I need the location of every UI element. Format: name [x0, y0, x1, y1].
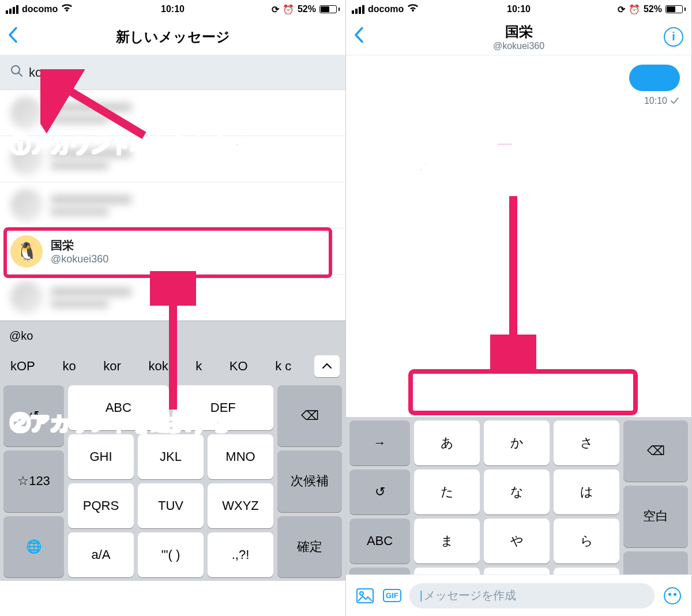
conversation-title: 国栄: [493, 22, 544, 41]
avatar: [10, 143, 43, 175]
suggestion-text: @ko: [9, 329, 33, 343]
carrier-label: docomo: [368, 4, 404, 14]
keyboard-candidates[interactable]: kOP ko kor kok k KO k c: [0, 351, 345, 382]
conversation-area[interactable]: 10:10: [346, 55, 691, 332]
search-input[interactable]: [29, 65, 335, 80]
key-ra[interactable]: ら: [554, 519, 619, 564]
candidate[interactable]: KO: [225, 359, 253, 374]
svg-line-1: [19, 73, 22, 77]
key-punct[interactable]: .,?!: [208, 532, 273, 577]
avatar: 🐧: [10, 235, 43, 268]
info-button[interactable]: i: [664, 27, 683, 47]
key-wxyz[interactable]: WXYZ: [208, 483, 273, 528]
avatar: [10, 189, 43, 221]
candidate[interactable]: kOP: [6, 359, 40, 374]
status-bar: docomo 10:10 ⟳ ⏰ 52%: [0, 0, 345, 18]
clock: 10:10: [507, 4, 531, 14]
signal-bars-icon: [6, 5, 18, 14]
right-screenshot: docomo 10:10 ⟳ ⏰ 52% 国栄 @kokuei360 i 10:…: [346, 0, 692, 616]
compose-placeholder: メッセージを作成: [424, 588, 516, 603]
key-quote[interactable]: '"( ): [138, 532, 204, 577]
alarm-icon: ⏰: [283, 4, 294, 15]
keyboard-suggestion-line[interactable]: @ko: [0, 321, 345, 351]
gif-icon[interactable]: GIF: [383, 589, 401, 602]
key-ya[interactable]: や: [484, 519, 550, 564]
avatar: [10, 281, 43, 314]
key-def[interactable]: DEF: [173, 385, 274, 430]
key-abc[interactable]: ABC: [349, 519, 410, 564]
key-space[interactable]: 空白: [623, 486, 688, 547]
nav-bar: 国栄 @kokuei360 i: [346, 18, 691, 55]
clock: 10:10: [161, 4, 185, 14]
key-next-candidate[interactable]: 次候補: [277, 450, 342, 512]
key-globe[interactable]: 🌐: [3, 516, 64, 577]
search-row[interactable]: [0, 55, 345, 90]
key-tuv[interactable]: TUV: [138, 483, 204, 528]
key-delete[interactable]: ⌫: [623, 420, 688, 482]
page-title: 新しいメッセージ: [116, 28, 230, 46]
key-arrow[interactable]: →: [349, 420, 410, 465]
battery-icon: [665, 5, 686, 13]
orientation-lock-icon: ⟳: [618, 4, 625, 15]
nav-bar: 新しいメッセージ: [0, 18, 345, 55]
wifi-icon: [61, 3, 73, 15]
svg-rect-4: [357, 589, 373, 603]
back-button[interactable]: [354, 27, 363, 47]
sent-message-bubble[interactable]: [629, 65, 680, 91]
list-item[interactable]: [0, 182, 345, 228]
orientation-lock-icon: ⟳: [272, 4, 279, 15]
key-sa[interactable]: さ: [554, 420, 619, 465]
list-item[interactable]: [0, 136, 345, 182]
key-ma[interactable]: ま: [414, 519, 480, 564]
annotation-highlight-compose: [408, 369, 638, 415]
key-delete[interactable]: ⌫: [277, 385, 342, 446]
key-na[interactable]: な: [484, 469, 550, 514]
list-item[interactable]: [0, 90, 345, 136]
compose-bar: GIF | メッセージを作成: [346, 574, 691, 616]
candidate[interactable]: kor: [99, 359, 126, 374]
key-ghi[interactable]: GHI: [68, 434, 134, 479]
search-icon: [10, 65, 23, 80]
key-confirm[interactable]: 確定: [277, 516, 342, 577]
battery-icon: [319, 5, 340, 13]
candidate[interactable]: kok: [144, 359, 172, 374]
wifi-icon: [407, 3, 419, 15]
result-name: 国栄: [51, 238, 108, 253]
emoji-button[interactable]: [663, 586, 682, 606]
key-ha[interactable]: は: [554, 469, 619, 514]
key-star123[interactable]: ☆123: [3, 450, 64, 512]
key-aA[interactable]: a/A: [68, 532, 134, 577]
key-ta[interactable]: た: [414, 469, 480, 514]
key-mno[interactable]: MNO: [208, 434, 273, 479]
delivered-check-icon: [671, 97, 679, 104]
compose-input[interactable]: | メッセージを作成: [409, 583, 655, 609]
candidate[interactable]: k c: [270, 359, 296, 374]
key-jkl[interactable]: JKL: [138, 434, 204, 479]
conversation-handle: @kokuei360: [493, 41, 544, 51]
alarm-icon: ⏰: [629, 4, 640, 15]
key-ka[interactable]: か: [484, 420, 550, 465]
back-button[interactable]: [8, 27, 17, 47]
avatar: [10, 97, 43, 129]
carrier-label: docomo: [22, 4, 58, 14]
candidate[interactable]: ko: [58, 359, 80, 374]
result-handle: @kokuei360: [51, 253, 108, 265]
list-item-kokuei[interactable]: 🐧 国栄 @kokuei360: [0, 228, 345, 275]
message-timestamp: 10:10: [644, 96, 679, 106]
keyboard[interactable]: ↺ ☆123 🌐 ABC DEF GHI JKL MNO PQRS TUV: [0, 382, 345, 581]
signal-bars-icon: [352, 5, 364, 14]
key-abc[interactable]: ABC: [68, 385, 169, 430]
expand-candidates-button[interactable]: [314, 355, 340, 377]
key-a[interactable]: あ: [414, 420, 480, 465]
battery-pct: 52%: [298, 4, 316, 14]
svg-point-5: [360, 592, 363, 595]
battery-pct: 52%: [644, 4, 662, 14]
photo-icon[interactable]: [355, 586, 375, 606]
left-screenshot: docomo 10:10 ⟳ ⏰ 52% 新しいメッセージ: [0, 0, 346, 616]
search-results: 🐧 国栄 @kokuei360: [0, 90, 345, 321]
list-item[interactable]: [0, 275, 345, 321]
candidate[interactable]: k: [191, 359, 206, 374]
key-undo[interactable]: ↺: [3, 385, 64, 446]
key-pqrs[interactable]: PQRS: [68, 483, 134, 528]
key-undo[interactable]: ↺: [349, 469, 410, 514]
